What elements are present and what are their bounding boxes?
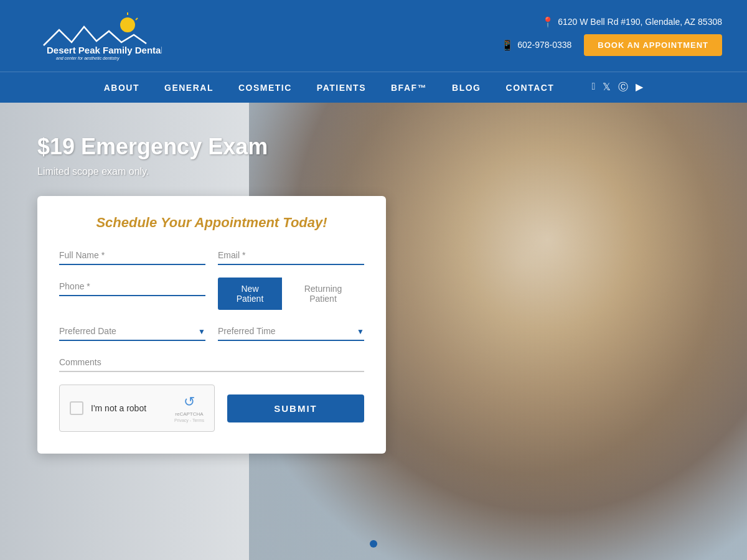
social-icons:  𝕏 Ⓒ ▶ (591, 81, 643, 94)
nav-general[interactable]: GENERAL (164, 83, 214, 93)
form-row-3: Preferred Date ▼ Preferred Time ▼ (59, 322, 364, 341)
preferred-date-select[interactable]: Preferred Date (59, 322, 205, 341)
preferred-time-wrapper: Preferred Time ▼ (218, 322, 364, 341)
full-name-group (59, 246, 205, 265)
form-title: Schedule Your Appointment Today! (59, 215, 364, 231)
phone-group (59, 278, 205, 310)
logo-area: Desert Peak Family Dental and center for… (25, 11, 162, 61)
appointment-form-card: Schedule Your Appointment Today! New Pat… (37, 196, 386, 454)
hero-content: $19 Emergency Exam Limited scope exam on… (0, 103, 747, 485)
recaptcha-subtext: Privacy - Terms (174, 418, 204, 422)
hero-subtitle: Limited scope exam only. (37, 166, 710, 177)
pinterest-icon[interactable]: Ⓒ (618, 81, 628, 94)
site-header: Desert Peak Family Dental and center for… (0, 0, 747, 72)
email-group (218, 246, 364, 265)
address-text: 6120 W Bell Rd #190, Glendale, AZ 85308 (558, 17, 722, 27)
svg-text:Desert Peak Family Dental: Desert Peak Family Dental (47, 45, 162, 55)
address-line: 📍 6120 W Bell Rd #190, Glendale, AZ 8530… (542, 16, 722, 28)
recaptcha-icon: ↺ (184, 394, 195, 410)
preferred-time-select[interactable]: Preferred Time (218, 322, 364, 341)
hero-title: $19 Emergency Exam (37, 134, 710, 160)
main-nav: ABOUT GENERAL COSMETIC PATIENTS BFAF™ BL… (0, 72, 747, 103)
nav-bfaf[interactable]: BFAF™ (391, 83, 427, 93)
recaptcha-checkbox[interactable] (70, 401, 83, 415)
form-row-2: New Patient Returning Patient (59, 278, 364, 310)
location-icon: 📍 (542, 16, 554, 28)
hero-section: $19 Emergency Exam Limited scope exam on… (0, 103, 747, 560)
svg-text:and center for aesthetic denti: and center for aesthetic dentistry (56, 56, 120, 61)
dot-1[interactable] (370, 540, 377, 548)
preferred-time-group: Preferred Time ▼ (218, 322, 364, 341)
new-patient-button[interactable]: New Patient (218, 278, 282, 310)
full-name-input[interactable] (59, 246, 205, 265)
nav-cosmetic[interactable]: COSMETIC (238, 83, 292, 93)
twitter-icon[interactable]: 𝕏 (603, 81, 611, 94)
logo-svg: Desert Peak Family Dental and center for… (25, 11, 162, 61)
book-appointment-button[interactable]: BOOK AN APPOINTMENT (584, 34, 722, 56)
preferred-date-group: Preferred Date ▼ (59, 322, 205, 341)
nav-patients[interactable]: PATIENTS (317, 83, 366, 93)
facebook-icon[interactable]:  (591, 81, 595, 94)
header-right: 📍 6120 W Bell Rd #190, Glendale, AZ 8530… (501, 16, 722, 56)
preferred-date-wrapper: Preferred Date ▼ (59, 322, 205, 341)
youtube-icon[interactable]: ▶ (636, 81, 643, 94)
phone-input[interactable] (59, 278, 205, 296)
phone-icon: 📱 (501, 39, 514, 51)
nav-blog[interactable]: BLOG (452, 83, 481, 93)
recaptcha-logo: ↺ reCAPTCHA Privacy - Terms (174, 394, 204, 422)
svg-point-1 (120, 17, 135, 32)
recaptcha-brand: reCAPTCHA (175, 411, 203, 417)
phone-text: 602-978-0338 (517, 40, 571, 50)
phone-book-row: 📱 602-978-0338 BOOK AN APPOINTMENT (501, 34, 722, 56)
nav-contact[interactable]: CONTACT (506, 83, 555, 93)
email-input[interactable] (218, 246, 364, 265)
recaptcha-box[interactable]: I'm not a robot ↺ reCAPTCHA Privacy - Te… (59, 385, 215, 432)
comments-row (59, 353, 364, 372)
recaptcha-label: I'm not a robot (91, 403, 146, 413)
submit-button[interactable]: SUBMIT (227, 394, 364, 422)
patient-toggle: New Patient Returning Patient (218, 278, 364, 310)
form-row-1 (59, 246, 364, 265)
returning-patient-button[interactable]: Returning Patient (282, 278, 364, 310)
comments-input[interactable] (59, 353, 364, 372)
captcha-submit-row: I'm not a robot ↺ reCAPTCHA Privacy - Te… (59, 385, 364, 432)
carousel-dots (370, 540, 377, 548)
phone-line: 📱 602-978-0338 (501, 39, 571, 51)
nav-about[interactable]: ABOUT (104, 83, 139, 93)
